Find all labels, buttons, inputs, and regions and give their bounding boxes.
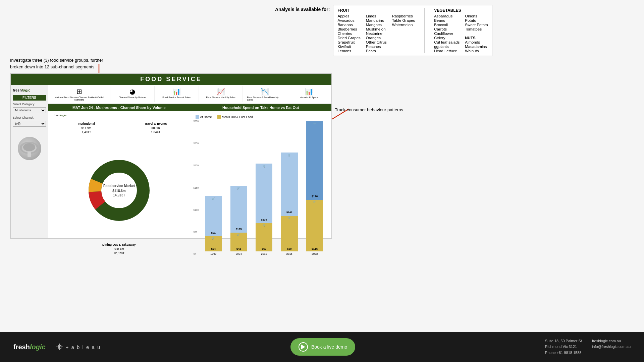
fruit-item: Peaches [366,45,387,49]
fruit-item: Bananas [337,23,360,27]
veg-section: VEGETABLES Asparagus Beans Broccoli Carr… [434,8,488,53]
nav-label-6: Household Spend [300,96,319,99]
year-2010: 2010 [261,252,267,255]
nav-monthly-sales[interactable]: 📈 Food Service Monthly Sales [199,86,243,102]
legend-meals-out: Meals Out & Fast Food [217,115,253,119]
footer: freshlogic + a b l e a u Book a live dem… [0,332,644,362]
line-chart-icon: 📈 [217,87,225,96]
category-filter: Select Category: Mushrooms [13,103,46,113]
fruit-section: FRUIT Apples Avocados Bananas Blueberrie… [337,8,415,53]
fruit-item: Oranges [366,36,387,40]
legend-color-yellow [217,115,221,119]
veg-item: Asparagus [434,14,460,18]
legend-label-yellow: Meals Out & Fast Food [222,115,253,119]
bar-yellow-2023: 🛒 $116 [306,200,323,251]
fruit-col-1: Apples Avocados Bananas Blueberries Cher… [337,14,360,53]
fruit-col-3: Raspberries Table Grapes Watermelon [392,14,415,53]
grid-icon: ⊞ [76,87,82,96]
svg-rect-18 [58,345,61,346]
nav-label-1: National Food Service Channel Profile & … [52,96,106,101]
panel-right-content: At Home Meals Out & Fast Food $0 [190,111,332,265]
veg-item: Cauliflower [434,32,460,36]
panel-right: Household Spend on Take Home vs Eat Out … [190,104,332,265]
analysis-section: Analysis is available for: FRUIT Apples … [275,5,637,56]
panel-left-content: freshlogic Institutional $11.9m 1,491T [48,111,190,265]
nav-channel-profile[interactable]: ⊞ National Food Service Channel Profile … [48,86,110,102]
veg-item: Potato [465,18,488,22]
veg-header: VEGETABLES [434,8,488,13]
veg-item: Cut leaf salads [434,40,460,44]
bar-group-1999: 🛒 $34 🛒 $91 [202,196,225,255]
veg-item: Beans [434,18,460,22]
channel-select[interactable]: (All) [13,121,46,127]
svg-text:14,913T: 14,913T [113,193,125,197]
cta-text[interactable]: Book a live demo [311,344,347,350]
fruit-item: Grapefruit [337,40,360,44]
mushroom-image [18,137,41,160]
nav-retail-monthly[interactable]: 📉 Food Service & Retail Monthly Sales [243,86,287,102]
bar-group-2023: 🛒 $116 🛒 $176 2023 [304,121,326,255]
svg-rect-19 [58,348,61,349]
svg-marker-20 [301,345,305,349]
fruit-item: Kiwifruit [337,45,360,49]
nav-label-3: Food Service Annual Sales [162,96,191,99]
y-axis: $0 $50 $100 $150 $200 $250 $300 [194,120,199,255]
analysis-table: FRUIT Apples Avocados Bananas Blueberrie… [333,5,492,56]
bar-group-2004: 🛒 $42 🛒 $105 2004 [227,186,250,255]
book-demo-button[interactable]: Book a live demo [290,338,355,356]
legend-label-blue: At Home [200,115,212,119]
donut-wrapper: Institutional $11.9m 1,491T Travel & Eve… [51,118,187,262]
nav-label-2: Channel Share by Volume [119,96,146,99]
nav-channel-share[interactable]: ◕ Channel Share by Volume [110,86,155,102]
bar-blue-2004: 🛒 $105 [230,186,247,233]
dashboard-title: FOOD SERVICE [11,74,331,85]
bar-yellow-2004: 🛒 $42 [230,233,247,251]
fruit-item: Avocados [337,18,360,22]
veg-item: ggplants [434,45,460,49]
panel-left: MAT Jun 24 - Mushrooms - Channel Share b… [48,104,190,265]
bar-group-2016: 🛒 $80 🛒 $142 2016 [278,153,301,255]
fruit-item: Blueberries [337,27,360,31]
footer-left: freshlogic + a b l e a u [13,343,101,351]
fruit-item: Limes [366,14,387,18]
fruit-item: Raspberries [392,14,415,18]
tableau-icon [56,343,64,351]
footer-info: Suite 18, 50 Palmer St Richmond Vic 3121… [545,338,631,356]
fruit-item: Cherries [337,32,360,36]
svg-point-6 [23,143,35,151]
fruit-item: Apples [337,14,360,18]
legend-color-blue [196,115,199,119]
tableau-logo: + a b l e a u [56,343,101,351]
channel-label: Select Channel: [13,116,46,119]
veg-item [465,32,488,36]
category-select[interactable]: Mushrooms [13,107,46,113]
nav-annual-sales[interactable]: 📊 Food Service Annual Sales [155,86,199,102]
fruit-col-2: Limes Mandarins Mangoes Muskmelon Nectar… [366,14,387,53]
travel-label: Travel & Events $8.3m 1,044T [144,122,167,134]
bar-group-2010: 🛒 $63 🛒 $134 2010 [253,164,276,255]
cart-icon-1: 🛒 [212,237,215,240]
nav-label-4: Food Service Monthly Sales [206,96,235,99]
veg-item: Macadamias [465,45,488,49]
bar-blue-2016: 🛒 $142 [281,153,298,216]
dining-label: Dining Out & Takeaway $98.4m 12,378T [102,243,136,255]
footer-address: Suite 18, 50 Palmer St Richmond Vic 3121… [545,338,582,356]
fruit-item: Muskmelon [366,27,387,31]
divider [424,8,425,53]
footer-freshlogic-logo: freshlogic [13,343,46,351]
bar-chart-icon: 📊 [172,87,181,96]
bar-chart: $0 $50 $100 $150 $200 $250 $300 [193,120,329,262]
veg-cols: Asparagus Beans Broccoli Carrots Caulifl… [434,14,488,53]
chart-legend: At Home Meals Out & Fast Food [193,114,329,120]
dashboard-body: freshlogic FILTERS Select Category: Mush… [11,85,331,238]
fruit-item: Nectarine [366,32,387,36]
veg-item: Walnuts [465,49,488,53]
nav-household-spend[interactable]: 📊 Household Spend [287,86,331,102]
fruit-item: Mandarins [366,18,387,22]
fruit-item: Watermelon [392,23,415,27]
svg-rect-15 [56,347,63,347]
donut-chart: Foodservice Market $118.6m 14,913T [86,157,153,224]
panel-left-header: MAT Jun 24 - Mushrooms - Channel Share b… [48,104,190,111]
veg-item: Broccoli [434,23,460,27]
svg-text:Foodservice Market: Foodservice Market [103,184,135,188]
